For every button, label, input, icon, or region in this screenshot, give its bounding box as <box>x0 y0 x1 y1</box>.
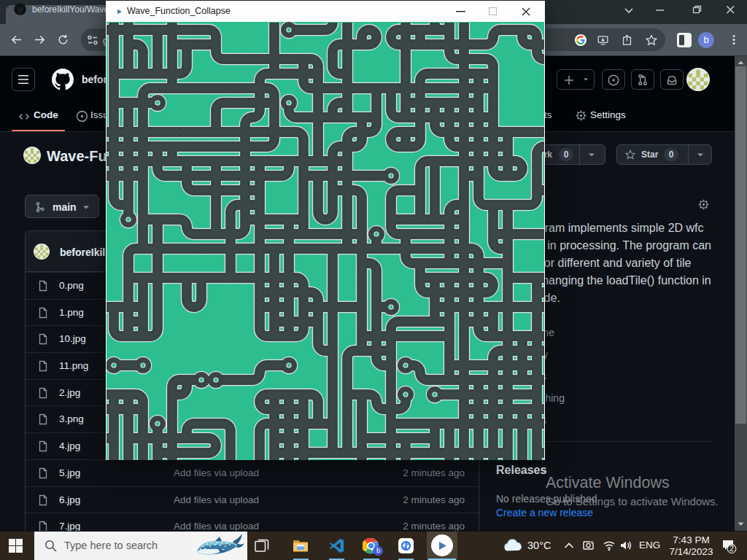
svg-text:2: 2 <box>729 544 734 553</box>
